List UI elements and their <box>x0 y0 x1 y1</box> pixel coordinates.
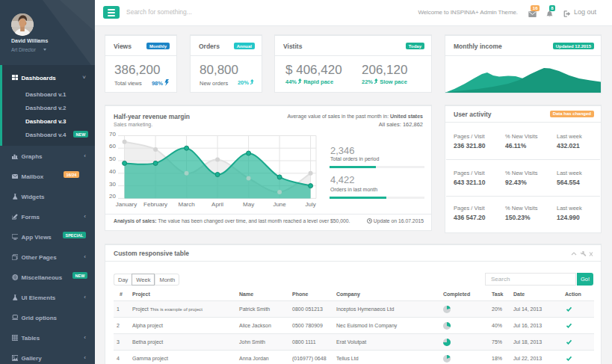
svg-text:January: January <box>116 201 137 208</box>
svg-text:40: 40 <box>109 168 116 175</box>
svg-text:April: April <box>211 201 223 208</box>
svg-text:30: 30 <box>109 181 116 188</box>
svg-text:50: 50 <box>109 155 116 162</box>
svg-text:July: July <box>305 201 315 208</box>
svg-text:60: 60 <box>109 143 116 149</box>
svg-text:May: May <box>243 201 254 208</box>
svg-text:June: June <box>273 201 286 208</box>
svg-text:February: February <box>143 201 167 208</box>
svg-text:20: 20 <box>109 193 116 200</box>
svg-text:March: March <box>178 201 194 208</box>
svg-text:70: 70 <box>109 131 116 138</box>
